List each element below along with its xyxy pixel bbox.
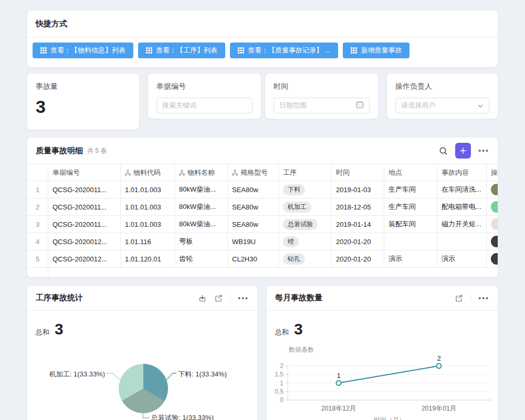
incident-count-card: 事故量 3 bbox=[27, 74, 139, 130]
operator-select[interactable]: 请选择用户 bbox=[395, 98, 489, 113]
shortcut-buttons-row: 查看：【物料信息】列表 查看：【工序】列表 查看：【质量事故记录】 ... 新增… bbox=[27, 37, 498, 58]
table-cell[interactable]: 80kW柴油... bbox=[175, 216, 228, 233]
process-incident-chart-card: 工序事故统计 ••• 总和 3 机加工: 1(33.33%) 下料: 1(33.… bbox=[27, 286, 257, 420]
table-cell[interactable]: 演示 bbox=[384, 250, 437, 268]
shortcut-view-material-list-button[interactable]: 查看：【物料信息】列表 bbox=[33, 43, 133, 58]
doc-no-placeholder: 搜索关键词 bbox=[162, 101, 247, 110]
table-row[interactable]: 5QCSG-2020012...1.01.120.01齿轮CL2H30钻孔202… bbox=[27, 250, 498, 268]
shortcuts-title: 快捷方式 bbox=[36, 19, 67, 29]
column-header[interactable]: 单据编号 bbox=[48, 164, 121, 181]
table-cell[interactable]: 2019-01-14 bbox=[332, 216, 384, 233]
table-cell[interactable]: QCSG-2020011... bbox=[48, 181, 121, 198]
column-header[interactable]: 地点 bbox=[384, 164, 437, 181]
table-cell[interactable]: 1.01.116 bbox=[121, 233, 175, 250]
calendar-icon bbox=[356, 101, 364, 110]
column-header[interactable]: 时间 bbox=[332, 164, 384, 181]
table-cell[interactable]: 1.01.120.01 bbox=[121, 250, 175, 268]
svg-text:0.5: 0.5 bbox=[275, 388, 284, 395]
row-number[interactable]: 2 bbox=[27, 198, 48, 216]
table-cell[interactable]: 装配车间 bbox=[384, 216, 437, 233]
search-icon[interactable] bbox=[439, 146, 448, 155]
table-cell[interactable]: SEA80w bbox=[228, 216, 279, 233]
table-cell[interactable]: QCSG-2020012... bbox=[48, 233, 121, 250]
table-cell[interactable]: 生产车间 bbox=[384, 181, 437, 198]
table-row[interactable]: 1QCSG-2020011...1.01.01.00380kW柴油...SEA8… bbox=[27, 181, 498, 198]
table-cell-process[interactable]: 机加工 bbox=[279, 198, 332, 216]
line-chart-title: 每月事故数量 bbox=[275, 293, 322, 303]
table-cell-operator[interactable] bbox=[487, 250, 498, 268]
external-link-icon[interactable] bbox=[455, 294, 463, 302]
table-cell-process[interactable]: 镗 bbox=[279, 233, 332, 250]
table-cell[interactable]: QCSG-2020011... bbox=[48, 198, 121, 216]
shortcut-view-process-list-button[interactable]: 查看：【工序】列表 bbox=[138, 43, 225, 58]
table-cell[interactable] bbox=[384, 233, 437, 250]
column-header[interactable]: 规格型号 bbox=[228, 164, 279, 181]
table-cell-process[interactable]: 总装试验 bbox=[279, 216, 332, 233]
table-row[interactable]: 2QCSG-2020011...1.01.01.00380kW柴油...SEA8… bbox=[27, 198, 498, 216]
line-total-value: 3 bbox=[294, 320, 303, 338]
operator-label: 操作负责人 bbox=[395, 82, 489, 91]
doc-no-search-input[interactable]: 搜索关键词 bbox=[156, 98, 253, 113]
row-number[interactable]: 5 bbox=[27, 250, 48, 268]
table-cell-operator[interactable] bbox=[487, 198, 498, 216]
avatar bbox=[491, 218, 498, 230]
table-cell[interactable]: 2018-12-05 bbox=[332, 198, 384, 216]
table-cell[interactable]: 生产车间 bbox=[384, 198, 437, 216]
line-total-row: 总和 3 bbox=[267, 311, 498, 338]
row-number[interactable]: 4 bbox=[27, 233, 48, 250]
column-header[interactable]: 工序 bbox=[279, 164, 332, 181]
table-cell[interactable]: QCSG-2020011... bbox=[48, 216, 121, 233]
table-row[interactable]: 3QCSG-2020011...1.01.01.00380kW柴油...SEA8… bbox=[27, 216, 498, 233]
table-row[interactable]: 4QCSG-2020012...1.01.116弯板WB19U镗2020-01-… bbox=[27, 233, 498, 250]
external-link-icon[interactable] bbox=[214, 294, 223, 302]
table-cell-operator[interactable] bbox=[487, 216, 498, 233]
date-range-input[interactable]: 日期范围 bbox=[274, 98, 370, 113]
table-cell[interactable]: SEA80w bbox=[228, 181, 279, 198]
table-cell[interactable]: 在车间清洗... bbox=[437, 181, 487, 198]
add-record-button[interactable] bbox=[455, 143, 471, 159]
process-tag: 钻孔 bbox=[283, 254, 305, 265]
more-icon[interactable]: ••• bbox=[238, 294, 249, 302]
table-cell[interactable]: QCSG-2020012... bbox=[48, 250, 121, 268]
table-cell[interactable]: 磁力开关短... bbox=[437, 216, 487, 233]
chevron-down-icon bbox=[477, 102, 484, 110]
table-cell[interactable]: SEA80w bbox=[228, 198, 279, 216]
table-cell[interactable]: WB19U bbox=[228, 233, 279, 250]
table-cell[interactable]: 2020-01-20 bbox=[332, 250, 384, 268]
column-header[interactable]: 物料名称 bbox=[175, 164, 228, 181]
table-cell[interactable]: 1.01.01.003 bbox=[121, 198, 175, 216]
table-empty-row[interactable] bbox=[27, 268, 498, 277]
download-icon[interactable] bbox=[198, 294, 207, 302]
column-header[interactable]: 物料代码 bbox=[121, 164, 175, 181]
table-cell[interactable]: 2019-01-03 bbox=[332, 181, 384, 198]
column-header[interactable]: 事故内容 bbox=[437, 164, 487, 181]
row-number[interactable]: 1 bbox=[27, 181, 48, 198]
table-cell[interactable]: 1.01.01.003 bbox=[121, 181, 175, 198]
table-cell[interactable]: 1.01.01.003 bbox=[121, 216, 175, 233]
shortcut-view-incident-records-button[interactable]: 查看：【质量事故记录】 ... bbox=[230, 43, 338, 58]
table-cell[interactable]: 80kW柴油... bbox=[175, 198, 228, 216]
table-cell-operator[interactable] bbox=[487, 233, 498, 250]
incident-table-card: 质量事故明细 共 5 条 ••• 单据编号物料代码物料名称规格型号工序时间地点事… bbox=[27, 138, 498, 277]
row-number[interactable]: 3 bbox=[27, 216, 48, 233]
table-cell[interactable]: 演示 bbox=[437, 250, 487, 268]
svg-text:1: 1 bbox=[337, 372, 340, 380]
more-icon[interactable]: ••• bbox=[478, 146, 489, 155]
table-cell[interactable]: 80kW柴油... bbox=[175, 181, 228, 198]
table-cell-process[interactable]: 下料 bbox=[279, 181, 332, 198]
column-header[interactable]: 操作负责人 bbox=[487, 164, 498, 181]
shortcut-add-incident-button[interactable]: 新增质量事故 bbox=[343, 43, 410, 58]
date-range-placeholder: 日期范围 bbox=[279, 101, 356, 110]
table-cell[interactable] bbox=[437, 233, 487, 250]
svg-text:0: 0 bbox=[280, 396, 284, 404]
line-chart-header: 每月事故数量 ••• bbox=[267, 286, 498, 311]
table-cell-operator[interactable] bbox=[487, 181, 498, 198]
table-cell[interactable]: 2020-01-20 bbox=[332, 233, 384, 250]
table-cell[interactable]: 弯板 bbox=[175, 233, 228, 250]
table-cell[interactable]: 齿轮 bbox=[175, 250, 228, 268]
more-icon[interactable]: ••• bbox=[478, 294, 489, 302]
table-cell-process[interactable]: 钻孔 bbox=[279, 250, 332, 268]
table-cell[interactable]: CL2H30 bbox=[228, 250, 279, 268]
dashboard-page: 快捷方式 查看：【物料信息】列表 查看：【工序】列表 查看：【质量事故记录】 .… bbox=[0, 0, 525, 420]
table-cell[interactable]: 配电箱带电... bbox=[437, 198, 487, 216]
